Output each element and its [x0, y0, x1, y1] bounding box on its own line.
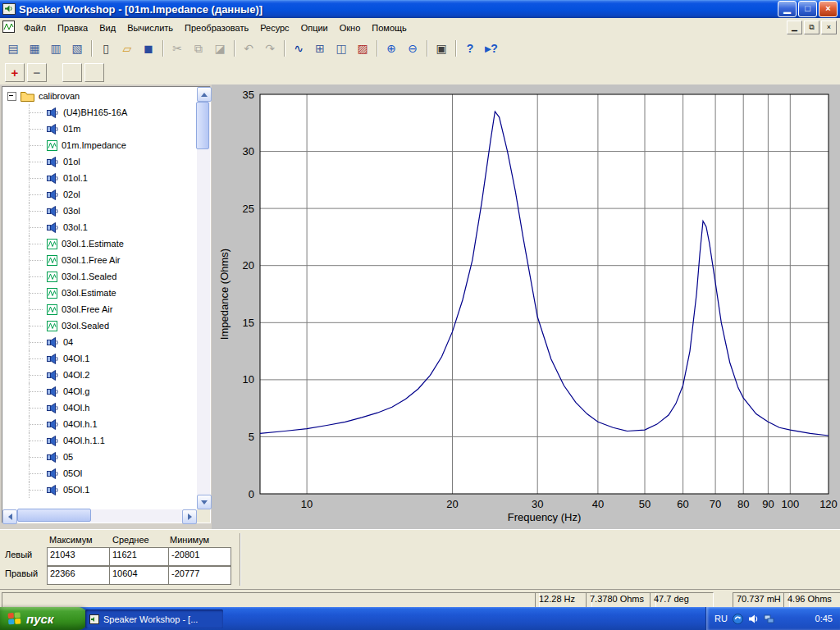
remove-button[interactable]: −	[27, 63, 47, 82]
minus-icon	[9, 95, 13, 96]
menu-item-6[interactable]: Опции	[295, 20, 334, 35]
svg-text:80: 80	[737, 498, 749, 510]
tree-item[interactable]: 04Ol.1	[3, 350, 196, 367]
tree-item[interactable]: 03ol.Sealed	[3, 317, 196, 334]
horizontal-scroll-thumb[interactable]	[17, 509, 91, 522]
tree-item[interactable]: 02ol	[3, 186, 196, 203]
menu-item-5[interactable]: Ресурс	[254, 20, 294, 35]
open-button[interactable]: ▱	[116, 38, 138, 58]
tree-item[interactable]: 05Ol.1	[3, 482, 196, 498]
mdi-restore-button[interactable]: ⧉	[804, 21, 819, 34]
document-icon[interactable]	[2, 21, 16, 34]
tree-item[interactable]: 03ol.1.Free Air	[3, 252, 196, 268]
tree-item[interactable]: 01m.Impedance	[3, 137, 196, 153]
new-button[interactable]: ▯	[95, 38, 116, 58]
tree-root-row[interactable]: calibrovan	[3, 88, 196, 104]
tree-vertical-scrollbar[interactable]	[197, 87, 210, 509]
view-notes-button[interactable]: ▧	[66, 38, 88, 58]
scroll-up-button[interactable]	[197, 87, 212, 102]
arrow-right-icon	[188, 514, 192, 520]
project-tree-panel: calibrovan(U4)BH165-16A01m01m.Impedance0…	[2, 86, 211, 523]
chart-grid-button[interactable]: ⊞	[309, 38, 331, 58]
stats-row-label: Левый	[5, 550, 32, 559]
scroll-right-button[interactable]	[182, 509, 197, 524]
tree-item-label: 04Ol.h.1	[63, 419, 98, 429]
blank-1-button[interactable]	[62, 63, 82, 82]
tree-item[interactable]: 03ol.1.Sealed	[3, 268, 196, 285]
scroll-down-button[interactable]	[197, 495, 212, 509]
copy-button[interactable]: ⧉	[188, 38, 209, 58]
save-button[interactable]: ◼	[138, 38, 159, 58]
zoom-out-button[interactable]: ⊖	[402, 38, 423, 58]
minimize-icon: ▁	[783, 4, 790, 13]
menu-item-4[interactable]: Преобразовать	[179, 20, 254, 35]
mdi-minimize-button[interactable]: ▁	[787, 21, 802, 34]
paste-button[interactable]: ◪	[209, 38, 231, 58]
tree-item[interactable]: 04Ol.2	[3, 367, 196, 383]
vertical-scroll-thumb[interactable]	[196, 102, 209, 149]
app-icon[interactable]	[2, 2, 16, 16]
context-help-button[interactable]: ▸?	[481, 38, 502, 58]
tree-item[interactable]: 01ol	[3, 153, 196, 170]
tree-item[interactable]: 03ol.1	[3, 219, 196, 235]
undo-button[interactable]: ↶	[238, 38, 259, 58]
cut-button[interactable]: ✂	[167, 38, 188, 58]
taskbar-clock[interactable]: 0:45	[815, 614, 833, 623]
blank-2-button[interactable]	[84, 63, 104, 82]
tree-item[interactable]: 05Ol	[3, 465, 196, 482]
taskbar-window-button[interactable]: Speaker Workshop - [...	[85, 609, 223, 628]
panel-divider	[240, 533, 241, 586]
print-button[interactable]: ▣	[431, 38, 452, 58]
language-indicator[interactable]: RU	[714, 614, 728, 623]
network-icon[interactable]	[764, 614, 774, 624]
tree-item[interactable]: 04Ol.g	[3, 383, 196, 399]
tree-item[interactable]: 01ol.1	[3, 170, 196, 186]
start-button[interactable]: пуск	[0, 607, 88, 630]
minimize-button[interactable]: ▁	[778, 1, 797, 17]
chart-panel[interactable]: 10203040506070809010012005101520253035Fr…	[212, 84, 840, 529]
tree-item[interactable]: 03ol	[3, 203, 196, 219]
chart-line-button[interactable]: ∿	[288, 38, 309, 58]
redo-button[interactable]: ↷	[259, 38, 281, 58]
tree-item-label: 02ol	[63, 189, 80, 199]
impedance-chart-icon	[47, 288, 57, 299]
tree-item[interactable]: 04	[3, 334, 196, 350]
view-data-button[interactable]: ▦	[24, 38, 45, 58]
tree-item[interactable]: 01m	[3, 121, 196, 137]
speaker-icon	[47, 189, 59, 200]
menu-item-0[interactable]: Файл	[18, 20, 52, 35]
add-button[interactable]: +	[5, 63, 25, 82]
scroll-left-button[interactable]	[2, 509, 17, 524]
impedance-chart-icon	[47, 321, 57, 331]
mdi-close-button[interactable]: ×	[821, 21, 837, 34]
help-button[interactable]: ?	[459, 38, 481, 58]
tree-item[interactable]: 03ol.1.Estimate	[3, 235, 196, 252]
tree-item[interactable]: 05	[3, 449, 196, 465]
system-tray: RU 0:45	[705, 607, 840, 630]
tree-item[interactable]: (U4)BH165-16A	[3, 104, 196, 121]
tree-item[interactable]: 03ol.Estimate	[3, 285, 196, 301]
menu-item-7[interactable]: Окно	[334, 20, 367, 35]
tree-item[interactable]: 04Ol.h	[3, 399, 196, 416]
menu-item-8[interactable]: Помощь	[366, 20, 413, 35]
tree-item[interactable]: 04Ol.h.1.1	[3, 432, 196, 449]
tree-item[interactable]: 04Ol.h.1	[3, 416, 196, 432]
maximize-button[interactable]: □	[798, 1, 817, 17]
tree-item[interactable]: 03ol.Free Air	[3, 301, 196, 317]
speaker-icon	[47, 206, 59, 217]
view-chart-button[interactable]: ▤	[2, 38, 24, 58]
volume-icon[interactable]	[748, 614, 759, 624]
chart-split-button[interactable]: ◫	[331, 38, 352, 58]
tree-item-label: 01m.Impedance	[62, 140, 126, 150]
menu-item-2[interactable]: Вид	[94, 20, 121, 35]
chart-delete-button[interactable]: ▨	[352, 38, 373, 58]
view-grid-button[interactable]: ▥	[45, 38, 66, 58]
tree-horizontal-scrollbar[interactable]	[2, 509, 197, 523]
update-icon[interactable]	[733, 614, 743, 624]
menu-item-1[interactable]: Правка	[52, 20, 94, 35]
collapse-toggle[interactable]	[7, 92, 16, 101]
close-button[interactable]: ×	[819, 1, 838, 17]
menu-item-3[interactable]: Вычислить	[121, 20, 179, 35]
zoom-in-button[interactable]: ⊕	[381, 38, 402, 58]
chart-grid-icon: ⊞	[315, 43, 325, 54]
